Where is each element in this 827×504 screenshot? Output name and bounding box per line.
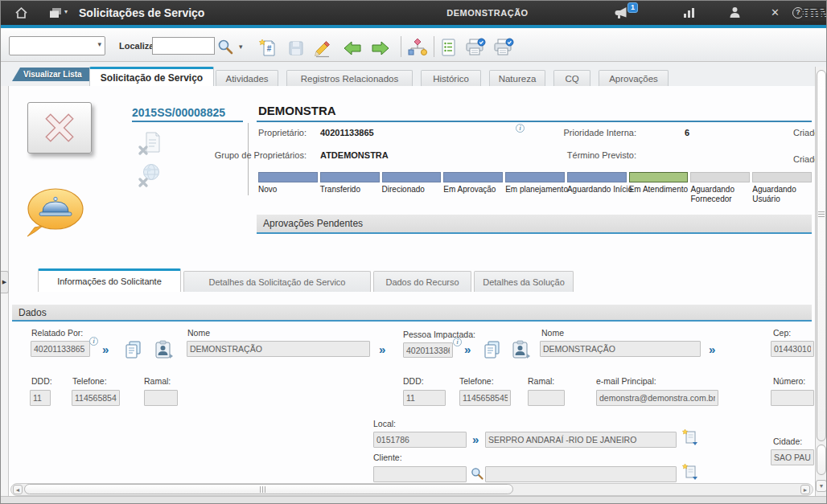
subtab-request-details[interactable]: Detalhes da Solicitação de Servico — [183, 271, 371, 292]
affected-person-goto-icon[interactable]: » — [464, 343, 471, 355]
ext-reported-input[interactable] — [144, 390, 178, 406]
bulletin-board-icon[interactable] — [614, 6, 628, 19]
reports-icon[interactable] — [439, 38, 457, 57]
affected-name-input[interactable] — [540, 341, 701, 357]
find-input[interactable] — [152, 37, 215, 55]
next-record-icon[interactable] — [371, 39, 390, 57]
local-description-input[interactable] — [485, 432, 677, 448]
email-input[interactable] — [596, 390, 718, 406]
subtab-resource-data[interactable]: Dados do Recurso — [373, 271, 471, 292]
open-windows-icon[interactable] — [49, 7, 62, 18]
subtab-solution-details[interactable]: Detalhes da Solução — [474, 271, 574, 292]
phone-reported-input[interactable] — [72, 390, 120, 406]
affected-person-input[interactable] — [403, 342, 453, 358]
subtab-requester-info[interactable]: Informações do Solicitante — [38, 268, 181, 292]
ticket-underline — [132, 121, 243, 122]
long-description-icon[interactable] — [123, 340, 144, 360]
ddd-reported-input[interactable] — [30, 390, 51, 406]
home-icon[interactable] — [14, 6, 28, 19]
cliente-select-value-icon[interactable] — [469, 465, 485, 481]
svg-text:#: # — [267, 44, 272, 53]
local-label: Local: — [373, 419, 396, 428]
reported-name-goto-icon[interactable]: » — [379, 343, 385, 355]
tab-activities[interactable]: Atividades — [216, 70, 278, 86]
ext-affected-input[interactable] — [528, 390, 565, 406]
status-segment: Aguardando Fornecedor — [690, 172, 750, 204]
horizontal-scrollbar-grip — [260, 486, 265, 493]
ddd-affected-input[interactable] — [403, 390, 446, 406]
tab-cq[interactable]: CQ — [553, 70, 590, 86]
cliente-label: Cliente: — [373, 453, 402, 462]
record-type-image — [27, 102, 92, 154]
toolbar-separator — [434, 36, 434, 57]
vertical-scrollbar-lower-thumb[interactable] — [817, 445, 826, 475]
previous-record-icon[interactable] — [343, 39, 362, 57]
cliente-description-input[interactable] — [485, 466, 677, 482]
long-description-icon[interactable] — [482, 340, 503, 360]
status-segment: Transferido — [320, 172, 380, 204]
action-select[interactable]: ▾ — [9, 36, 105, 55]
tab-history[interactable]: Histórico — [421, 70, 481, 86]
cliente-input[interactable] — [373, 466, 467, 482]
reports-chart-icon[interactable] — [683, 7, 696, 18]
ticket-id: 2015SS/00008825 — [132, 106, 225, 119]
reported-by-input[interactable] — [31, 341, 90, 357]
panel-toggle[interactable]: ▶ — [1, 271, 9, 293]
vertical-scrollbar-grip — [818, 211, 825, 217]
windows-caret-icon[interactable]: ▾ — [64, 9, 68, 15]
bottom-strip — [1, 496, 827, 504]
cep-label: Cep: — [773, 328, 791, 338]
person-details-icon[interactable] — [154, 340, 175, 360]
phone-affected-input[interactable] — [459, 390, 511, 406]
numero-input[interactable] — [771, 390, 814, 406]
tab-view-list[interactable]: Visualizar Lista — [12, 68, 93, 81]
local-goto-icon[interactable]: » — [472, 433, 479, 445]
horizontal-scrollbar-thumb[interactable] — [24, 484, 513, 494]
reported-by-info-icon[interactable]: i — [89, 337, 98, 346]
tab-related-records[interactable]: Registros Relacionados — [286, 70, 413, 86]
search-options-caret-icon[interactable]: ▾ — [239, 43, 243, 51]
action-select-caret-icon: ▾ — [97, 40, 101, 48]
priority-label: Prioridade Interna: — [516, 128, 636, 137]
status-segment: Direcionado — [382, 172, 442, 204]
local-detail-menu-icon[interactable] — [681, 428, 699, 446]
cep-input[interactable] — [771, 341, 814, 357]
email-label: e-mail Principal: — [596, 376, 656, 386]
reported-name-label: Nome — [187, 328, 210, 338]
reported-by-goto-icon[interactable]: » — [102, 343, 109, 355]
tab-service-request[interactable]: Solicitação de Serviço — [89, 67, 214, 86]
target-finish-label: Término Previsto: — [516, 150, 636, 160]
ibm-logo: IBM — [804, 6, 827, 21]
toolbar-separator — [401, 36, 401, 57]
ddd-affected-label: DDD: — [403, 376, 424, 386]
scroll-left-icon[interactable]: ◄ — [13, 485, 23, 494]
new-record-icon[interactable]: # — [257, 38, 278, 59]
tab-approvals[interactable]: Aprovações — [599, 70, 669, 86]
tab-nature[interactable]: Natureza — [489, 70, 545, 86]
cidade-label: Cidade: — [773, 436, 802, 446]
pending-approvals-header: Aprovações Pendentes — [257, 215, 812, 234]
owner-group-label: Grupo de Proprietários: — [146, 150, 307, 160]
sign-out-icon[interactable]: ✕ — [771, 7, 780, 18]
clear-changes-icon[interactable] — [312, 38, 333, 59]
notification-badge: 1 — [627, 2, 638, 13]
vertical-scrollbar-thumb[interactable] — [817, 70, 826, 441]
scroll-down-icon[interactable]: ▼ — [816, 480, 827, 492]
workflow-icon[interactable] — [406, 37, 429, 58]
reported-name-input[interactable] — [187, 341, 370, 357]
local-input[interactable] — [373, 432, 467, 448]
print-with-attachments-icon[interactable] — [492, 37, 515, 58]
cidade-input[interactable] — [771, 449, 814, 465]
profile-icon[interactable] — [729, 6, 741, 18]
person-details-icon[interactable] — [511, 340, 532, 360]
ddd-reported-label: DDD: — [31, 376, 52, 386]
scroll-right-icon[interactable]: ► — [800, 485, 810, 494]
save-icon-disabled — [286, 39, 306, 58]
app-title: Solicitações de Serviço — [79, 6, 204, 19]
affected-person-info-icon[interactable]: i — [453, 338, 462, 346]
cliente-detail-menu-icon[interactable] — [681, 463, 699, 481]
print-icon[interactable] — [464, 37, 487, 58]
affected-name-goto-icon[interactable]: » — [709, 343, 715, 355]
phone-affected-label: Telefone: — [459, 376, 494, 386]
search-icon[interactable] — [216, 38, 234, 55]
